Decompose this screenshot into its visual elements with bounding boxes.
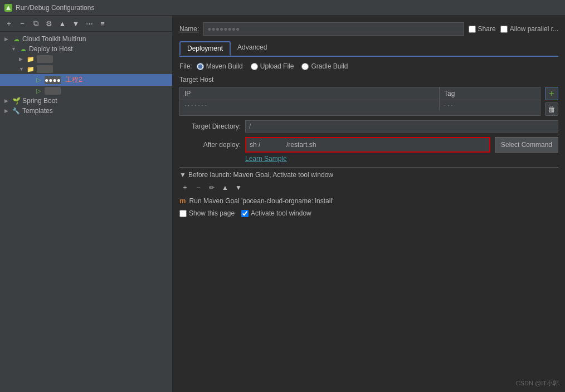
tree-item-deploy-to-host[interactable]: ▼ ☁ Deploy to Host	[0, 44, 172, 54]
arrow-templates: ▶	[4, 108, 10, 114]
col-ip-header: IP	[180, 87, 440, 100]
target-dir-row: Target Directory:	[179, 120, 558, 133]
app-icon	[4, 4, 12, 12]
config-tree: ▶ ☁ Cloud Toolkit Multirun ▼ ☁ Deploy to…	[0, 32, 172, 392]
bl-remove-button[interactable]: −	[193, 182, 204, 193]
collapse-arrow[interactable]: ▼	[179, 171, 186, 179]
maven-icon: m	[179, 197, 186, 205]
maven-run-label: Run Maven Goal 'pocean-cloud-orgname: in…	[189, 197, 334, 205]
title-bar: Run/Debug Configurations	[0, 0, 565, 16]
tab-deployment[interactable]: Deployment	[179, 41, 231, 56]
name-input[interactable]	[203, 22, 464, 36]
maven-radio-label[interactable]: Maven Build	[197, 62, 243, 70]
maven-radio[interactable]	[197, 63, 204, 70]
templates-icon: 🔧	[12, 107, 20, 115]
before-launch-title: ▼ Before launch: Maven Goal, Activate to…	[179, 171, 558, 179]
allow-parallel-checkbox[interactable]	[500, 26, 508, 33]
maven-run-item[interactable]: m Run Maven Goal 'pocean-cloud-orgname: …	[179, 197, 558, 205]
cloud-icon: ☁	[12, 35, 20, 43]
tree-item-cloud-toolkit[interactable]: ▶ ☁ Cloud Toolkit Multirun	[0, 34, 172, 44]
header-checkboxes: Share Allow parallel r...	[469, 25, 558, 33]
tree-label-run1-suffix: 工程2	[65, 75, 82, 85]
arrow-spring: ▶	[4, 98, 10, 104]
host-section: IP Tag · · · · · · · · · · + 🗑	[179, 87, 558, 116]
upload-radio-label[interactable]: Upload File	[251, 62, 294, 70]
remove-button[interactable]: −	[17, 18, 28, 29]
before-launch-section: ▼ Before launch: Maven Goal, Activate to…	[179, 167, 558, 217]
arrow-icon-f1: ▶	[19, 56, 25, 62]
tree-label-spring: Spring Boot	[22, 97, 57, 105]
run2-icon: ▷	[35, 87, 42, 95]
col-tag-header: Tag	[440, 87, 540, 100]
window-title: Run/Debug Configurations	[16, 4, 94, 12]
copy-button[interactable]: ⧉	[30, 18, 41, 29]
upload-radio[interactable]	[251, 63, 258, 70]
add-host-button[interactable]: +	[545, 87, 558, 100]
down-button[interactable]: ▼	[70, 18, 81, 29]
deploy-cloud-icon: ☁	[19, 45, 27, 53]
allow-parallel-checkbox-label[interactable]: Allow parallel r...	[500, 25, 558, 33]
tree-label-templates: Templates	[22, 107, 53, 115]
tree-label-run1: ●●●●	[45, 76, 61, 84]
gradle-radio[interactable]	[301, 63, 309, 70]
arrow-icon: ▶	[4, 36, 10, 42]
activate-tool-checkbox-label[interactable]: Activate tool window	[241, 209, 311, 217]
after-deploy-input[interactable]	[245, 137, 490, 153]
tree-item-templates[interactable]: ▶ 🔧 Templates	[0, 106, 172, 116]
more-button[interactable]: ⋯	[84, 18, 95, 29]
tab-advanced[interactable]: Advanced	[231, 41, 274, 56]
tree-item-run1[interactable]: ▷ ●●●● 工程2	[0, 74, 172, 86]
after-deploy-label: After deploy:	[179, 141, 241, 149]
file-radio-group: Maven Build Upload File Gradle Build	[197, 62, 348, 70]
bl-edit-button[interactable]: ✏	[206, 182, 217, 193]
sort-button[interactable]: ≡	[97, 18, 108, 29]
table-ip-cell: · · · · · · ·	[180, 100, 440, 110]
folder2-icon: 📁	[27, 65, 35, 73]
tree-item-folder2[interactable]: ▼ 📁 ●●●●	[0, 64, 172, 74]
target-dir-label: Target Directory:	[179, 122, 241, 130]
tree-item-run2[interactable]: ▷ ●●●●	[0, 86, 172, 96]
tree-label-run2: ●●●●	[45, 87, 61, 95]
gradle-radio-label[interactable]: Gradle Build	[301, 62, 348, 70]
file-label: File:	[179, 62, 192, 70]
select-command-button[interactable]: Select Command	[495, 137, 558, 153]
svg-marker-0	[6, 6, 11, 10]
name-label: Name:	[179, 25, 199, 33]
bl-up-button[interactable]: ▲	[220, 182, 231, 193]
bl-down-button[interactable]: ▼	[233, 182, 244, 193]
remove-host-button[interactable]: 🗑	[545, 102, 558, 116]
target-dir-input[interactable]	[245, 120, 558, 133]
left-toolbar: + − ⧉ ⚙ ▲ ▼ ⋯ ≡	[0, 16, 172, 32]
target-host-title: Target Host	[179, 76, 558, 84]
name-row: Name: Share Allow parallel r...	[179, 22, 558, 36]
after-deploy-row: After deploy: Select Command	[179, 137, 558, 153]
share-checkbox[interactable]	[469, 26, 476, 33]
activate-tool-checkbox[interactable]	[241, 210, 249, 217]
run1-icon: ▷	[35, 76, 42, 84]
tree-label-cloud-toolkit: Cloud Toolkit Multirun	[22, 35, 86, 43]
tree-label-folder2: ●●●●	[37, 65, 53, 73]
table-row[interactable]: · · · · · · · · · ·	[180, 100, 540, 110]
share-checkbox-label[interactable]: Share	[469, 25, 496, 33]
right-panel: Name: Share Allow parallel r... Deployme…	[173, 16, 565, 392]
tree-item-folder1[interactable]: ▶ 📁 ●●●●	[0, 54, 172, 64]
tabs-bar: Deployment Advanced	[179, 41, 558, 57]
main-container: + − ⧉ ⚙ ▲ ▼ ⋯ ≡ ▶ ☁ Cloud Toolkit Multir…	[0, 16, 565, 392]
spring-icon: 🌱	[12, 97, 20, 105]
tree-label-deploy: Deploy to Host	[29, 45, 73, 53]
bl-add-button[interactable]: +	[179, 182, 191, 193]
before-launch-toolbar: + − ✏ ▲ ▼	[179, 182, 558, 193]
learn-sample-link[interactable]: Learn Sample	[245, 155, 558, 163]
tree-label-folder1: ●●●●	[37, 55, 53, 63]
show-page-checkbox-label[interactable]: Show this page	[179, 209, 235, 217]
tree-item-spring-boot[interactable]: ▶ 🌱 Spring Boot	[0, 96, 172, 106]
file-row: File: Maven Build Upload File Gradle Bui…	[179, 62, 558, 70]
arrow-icon-f2: ▼	[19, 66, 25, 72]
watermark: CSDN @IT小郭.	[516, 379, 561, 388]
left-panel: + − ⧉ ⚙ ▲ ▼ ⋯ ≡ ▶ ☁ Cloud Toolkit Multir…	[0, 16, 173, 392]
add-button[interactable]: +	[3, 18, 14, 29]
table-header: IP Tag	[180, 87, 540, 100]
settings-button[interactable]: ⚙	[43, 18, 55, 29]
show-page-checkbox[interactable]	[179, 210, 187, 217]
up-button[interactable]: ▲	[57, 18, 68, 29]
